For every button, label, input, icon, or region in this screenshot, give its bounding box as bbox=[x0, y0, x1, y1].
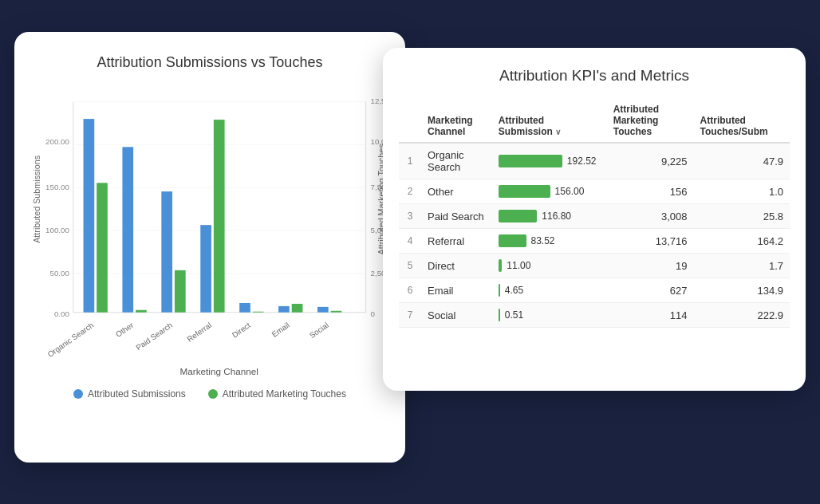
cell-num: 2 bbox=[399, 179, 421, 204]
cell-touches: 13,716 bbox=[607, 229, 694, 254]
cell-channel: Other bbox=[421, 179, 492, 204]
submissions-bar bbox=[499, 210, 538, 222]
svg-text:Email: Email bbox=[270, 321, 291, 339]
submissions-bar bbox=[499, 309, 500, 321]
cell-num: 3 bbox=[399, 204, 421, 229]
bar-referral-touches bbox=[214, 120, 225, 313]
svg-text:100.00: 100.00 bbox=[45, 226, 69, 234]
cell-channel: Direct bbox=[421, 254, 492, 278]
legend-dot-submissions bbox=[73, 389, 83, 399]
cell-ratio: 134.9 bbox=[694, 278, 790, 303]
svg-text:Direct: Direct bbox=[231, 321, 252, 340]
bar-direct-touches bbox=[253, 312, 264, 313]
cell-submissions: 4.65 bbox=[492, 278, 607, 303]
svg-text:50.00: 50.00 bbox=[49, 269, 69, 278]
cell-ratio: 1.0 bbox=[694, 179, 790, 204]
cell-touches: 627 bbox=[607, 278, 694, 303]
legend-dot-touches bbox=[208, 389, 218, 399]
cell-submissions: 156.00 bbox=[492, 179, 607, 204]
cell-touches: 19 bbox=[607, 254, 694, 278]
submissions-bar bbox=[499, 155, 562, 167]
table-row: 4 Referral 83.52 13,716 164.2 bbox=[399, 229, 790, 254]
submissions-value: 156.00 bbox=[555, 186, 585, 197]
cell-submissions: 192.52 bbox=[492, 143, 607, 179]
cell-num: 6 bbox=[399, 278, 421, 303]
bar-paid-submissions bbox=[161, 191, 172, 313]
submissions-value: 83.52 bbox=[531, 235, 555, 246]
cell-num: 4 bbox=[399, 229, 421, 254]
submissions-bar bbox=[499, 259, 503, 272]
svg-text:Marketing Channel: Marketing Channel bbox=[180, 366, 258, 376]
bar-email-submissions bbox=[278, 306, 290, 313]
table-card: Attribution KPI's and Metrics Marketing … bbox=[383, 48, 806, 391]
col-touches: Attributed Marketing Touches bbox=[607, 99, 694, 143]
bar-email-touches bbox=[292, 304, 303, 313]
cell-submissions: 11.00 bbox=[492, 254, 607, 278]
bar-referral-submissions bbox=[200, 225, 211, 313]
table-row: 5 Direct 11.00 19 1.7 bbox=[399, 254, 790, 278]
cell-touches: 9,225 bbox=[607, 143, 694, 179]
cell-ratio: 164.2 bbox=[694, 229, 790, 254]
svg-text:Paid Search: Paid Search bbox=[134, 321, 174, 352]
chart-svg: 0.00 50.00 100.00 150.00 200.00 0 2,500 … bbox=[30, 79, 389, 382]
bar-social-submissions bbox=[317, 307, 329, 313]
cell-channel: Paid Search bbox=[421, 204, 492, 229]
cell-channel: Organic Search bbox=[421, 143, 492, 179]
cell-touches: 3,008 bbox=[607, 204, 694, 229]
cell-ratio: 47.9 bbox=[694, 143, 790, 179]
table-row: 3 Paid Search 116.80 3,008 25.8 bbox=[399, 204, 790, 229]
svg-text:200.00: 200.00 bbox=[45, 137, 69, 146]
bar-paid-touches bbox=[175, 270, 186, 313]
submissions-bar bbox=[499, 185, 550, 198]
submissions-value: 116.80 bbox=[542, 211, 571, 222]
legend-label-touches: Attributed Marketing Touches bbox=[223, 388, 346, 400]
submissions-bar bbox=[499, 284, 500, 297]
col-channel: Marketing Channel bbox=[421, 99, 492, 143]
col-ratio: Attributed Touches/Subm bbox=[694, 99, 790, 143]
submissions-value: 192.52 bbox=[567, 156, 597, 167]
submissions-bar bbox=[499, 234, 526, 247]
cell-num: 1 bbox=[399, 143, 421, 179]
table-header: Marketing Channel Attributed Submission … bbox=[399, 99, 790, 143]
chart-area: 0.00 50.00 100.00 150.00 200.00 0 2,500 … bbox=[30, 79, 389, 382]
table-title: Attribution KPI's and Metrics bbox=[399, 67, 790, 85]
chart-legend: Attributed Submissions Attributed Market… bbox=[30, 388, 389, 400]
cell-ratio: 1.7 bbox=[694, 254, 790, 278]
legend-submissions: Attributed Submissions bbox=[73, 388, 186, 400]
svg-text:Referral: Referral bbox=[185, 321, 213, 344]
kpi-table: Marketing Channel Attributed Submission … bbox=[399, 99, 790, 328]
svg-text:Social: Social bbox=[308, 321, 330, 340]
cell-ratio: 222.9 bbox=[694, 303, 790, 328]
legend-label-submissions: Attributed Submissions bbox=[88, 388, 186, 400]
cell-submissions: 116.80 bbox=[492, 204, 607, 229]
bar-direct-submissions bbox=[239, 303, 250, 313]
submissions-value: 0.51 bbox=[505, 309, 523, 321]
submissions-value: 11.00 bbox=[507, 260, 530, 271]
legend-touches: Attributed Marketing Touches bbox=[208, 388, 346, 400]
svg-text:0: 0 bbox=[371, 309, 376, 318]
bar-organic-touches bbox=[97, 183, 108, 312]
bar-organic-submissions bbox=[84, 119, 95, 313]
cell-touches: 114 bbox=[607, 303, 694, 328]
table-row: 6 Email 4.65 627 134.9 bbox=[399, 278, 790, 303]
table-row: 1 Organic Search 192.52 9,225 47.9 bbox=[399, 143, 790, 179]
table-row: 7 Social 0.51 114 222.9 bbox=[399, 303, 790, 328]
table-body: 1 Organic Search 192.52 9,225 47.9 2 Oth… bbox=[399, 143, 790, 328]
cell-num: 5 bbox=[399, 254, 421, 278]
svg-text:Attributed Submissions: Attributed Submissions bbox=[32, 156, 41, 243]
sort-icon: ∨ bbox=[555, 128, 561, 136]
chart-card: Attribution Submissions vs Touches 0.00 … bbox=[14, 32, 405, 463]
svg-text:Organic Search: Organic Search bbox=[45, 321, 95, 359]
bar-other-touches bbox=[136, 310, 147, 313]
cell-submissions: 0.51 bbox=[492, 303, 607, 328]
cell-channel: Referral bbox=[421, 229, 492, 254]
svg-text:Other: Other bbox=[114, 321, 136, 339]
col-num bbox=[399, 99, 421, 143]
submissions-value: 4.65 bbox=[505, 285, 523, 296]
chart-title: Attribution Submissions vs Touches bbox=[30, 54, 389, 71]
bar-other-submissions bbox=[122, 147, 133, 312]
cell-ratio: 25.8 bbox=[694, 204, 790, 229]
col-submissions[interactable]: Attributed Submission ∨ bbox=[492, 99, 607, 143]
bar-social-touches bbox=[331, 311, 342, 313]
svg-text:0.00: 0.00 bbox=[54, 309, 70, 318]
